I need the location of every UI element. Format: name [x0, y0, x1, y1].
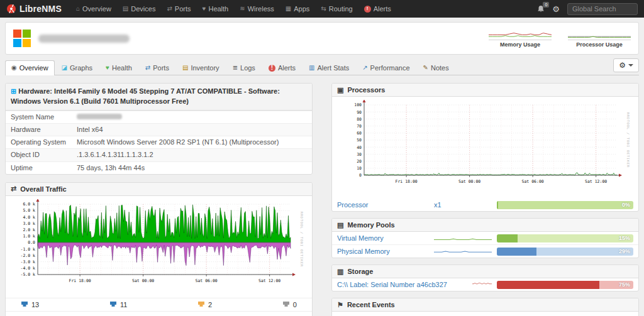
settings-button[interactable]: ⚙: [552, 5, 560, 13]
usage-name[interactable]: Physical Memory: [337, 248, 429, 255]
port-count-total[interactable]: 13: [21, 301, 39, 308]
memory-icon: ▤: [337, 222, 343, 229]
processors-chart[interactable]: 1009080706050403020100Fri 18:00Sat 00:00…: [340, 100, 631, 195]
home-icon: ⌂: [76, 6, 80, 12]
svg-text:Fri 18:00: Fri 18:00: [395, 179, 417, 184]
overall-traffic-chart[interactable]: 6.0 k5.0 k4.0 k3.0 k2.0 k1.0 k0.0-1.0 k-…: [14, 199, 304, 295]
mini-graph-label: Memory Usage: [489, 40, 552, 48]
microsoft-logo-square: [13, 39, 21, 47]
system-row-label: Hardware: [11, 126, 77, 134]
navbar-right: 0 ⚙: [537, 3, 638, 15]
nav-item-routing[interactable]: ⇆Routing: [315, 0, 358, 18]
global-search-input[interactable]: [567, 3, 638, 15]
logs-icon: ≣: [233, 65, 238, 71]
health-icon: ♥: [203, 6, 206, 12]
nav-item-alerts[interactable]: !Alerts: [358, 0, 397, 18]
tab-alert-stats[interactable]: ▥Alert Stats: [303, 60, 355, 75]
port-count-up[interactable]: 11: [109, 301, 127, 308]
nav-item-apps[interactable]: ▦Apps: [280, 0, 316, 18]
system-row: HardwareIntel x64: [6, 123, 312, 136]
navbar-menu: ⌂Overview▤Devices⇄Ports♥Health≋Wireless▦…: [70, 0, 397, 18]
usage-percent: 29%: [619, 248, 630, 256]
traffic-icon: ⇄: [11, 185, 16, 192]
processors-header: ▣Processors: [332, 84, 638, 97]
usage-name[interactable]: Processor: [337, 201, 429, 209]
tab-performance[interactable]: ↗Performance: [356, 60, 416, 75]
tab-label: Health: [112, 64, 132, 72]
tab-notes[interactable]: ✎Notes: [417, 60, 455, 75]
memory-pools-panel: ▤Memory Pools Virtual Memory15%Physical …: [331, 218, 639, 258]
nav-item-health[interactable]: ♥Health: [197, 0, 235, 18]
usage-sparkline[interactable]: [472, 280, 492, 289]
svg-text:6.0 k: 6.0 k: [23, 202, 35, 207]
svg-text:70: 70: [357, 124, 362, 129]
usage-row: Processorx10%: [332, 199, 638, 211]
microsoft-logo-square: [23, 30, 31, 38]
system-row-value: .1.3.6.1.4.1.311.1.1.3.1.2: [77, 151, 153, 159]
device-settings-button[interactable]: ⚙: [613, 58, 639, 72]
tab-label: Inventory: [191, 64, 219, 72]
storage-header: ▥Storage: [332, 265, 638, 278]
usage-name[interactable]: Virtual Memory: [337, 234, 429, 242]
device-name-redacted[interactable]: [38, 35, 130, 43]
mini-graph-processor-usage[interactable]: Processor Usage: [568, 29, 631, 48]
storage-rows: C:\\ Label: Serial Number a46cb32775%: [332, 278, 638, 291]
processors-title: Processors: [347, 86, 385, 94]
nav-item-label: Apps: [294, 5, 309, 13]
port-count-disabled[interactable]: 0: [282, 301, 297, 308]
notifications-badge: 0: [543, 2, 549, 8]
nav-item-overview[interactable]: ⌂Overview: [70, 0, 117, 18]
nav-item-label: Health: [208, 5, 228, 13]
svg-text:Sat 00:00: Sat 00:00: [132, 278, 154, 283]
usage-percent: 75%: [619, 281, 630, 289]
librenms-brand[interactable]: LibreNMS: [6, 4, 62, 14]
tab-overview[interactable]: ◉Overview: [5, 60, 55, 75]
memory-pools-header: ▤Memory Pools: [332, 219, 638, 232]
page-content: Memory UsageProcessor Usage ◉Overview◪Gr…: [0, 18, 644, 316]
usage-count[interactable]: x1: [434, 201, 492, 209]
usage-sparkline[interactable]: [434, 247, 492, 256]
svg-text:-2.0 k: -2.0 k: [20, 253, 35, 258]
mini-graph-memory-usage[interactable]: Memory Usage: [489, 29, 552, 48]
system-row-label: Object ID: [11, 151, 77, 159]
tab-inventory[interactable]: ▤Inventory: [176, 60, 226, 75]
nav-item-wireless[interactable]: ≋Wireless: [234, 0, 280, 18]
svg-text:0.0: 0.0: [28, 240, 35, 245]
nav-item-ports[interactable]: ⇄Ports: [161, 0, 196, 18]
usage-bar-fill: [497, 201, 497, 209]
usage-percent: 15%: [619, 234, 630, 242]
svg-text:50: 50: [357, 138, 362, 143]
tab-label: Alert Stats: [317, 64, 349, 72]
system-row-label: Operating System: [11, 138, 77, 146]
system-row: System Name: [6, 111, 312, 123]
svg-text:Fri 18:00: Fri 18:00: [69, 278, 91, 283]
microchip-icon: ▣: [337, 87, 343, 94]
notifications-button[interactable]: 0: [537, 5, 545, 13]
svg-text:2.0 k: 2.0 k: [23, 227, 35, 232]
svg-text:Sat 06:00: Sat 06:00: [521, 179, 543, 184]
gear-icon: ⚙: [552, 4, 560, 14]
svg-text:30: 30: [357, 152, 362, 157]
svg-text:40: 40: [357, 145, 362, 150]
port-count-down[interactable]: 2: [197, 301, 212, 308]
usage-sparkline[interactable]: [434, 234, 492, 242]
left-column: ⊞Hardware: Intel64 Family 6 Model 45 Ste…: [5, 83, 313, 316]
svg-text:5.0 k: 5.0 k: [23, 208, 35, 213]
tab-graphs[interactable]: ◪Graphs: [55, 60, 99, 75]
svg-text:Sat 12:00: Sat 12:00: [585, 179, 607, 184]
windows-icon: ⊞: [11, 87, 16, 95]
svg-text:Sat 06:00: Sat 06:00: [195, 278, 217, 283]
tab-ports[interactable]: ⇄Ports: [139, 60, 175, 75]
routing-icon: ⇆: [321, 6, 326, 12]
alert-circle-icon: !: [269, 65, 275, 72]
usage-name[interactable]: C:\\ Label: Serial Number a46cb327: [337, 281, 467, 288]
port-links: Lo_0, Tunnel_0, Tunnel_2, Tunnel_3, ppp_…: [6, 311, 312, 316]
usage-bar: 29%: [497, 248, 633, 256]
processors-rows: Processorx10%: [332, 199, 638, 211]
tab-logs[interactable]: ≣Logs: [226, 60, 262, 75]
tab-health[interactable]: ♥Health: [99, 60, 138, 75]
svg-text:-4.0 k: -4.0 k: [20, 266, 35, 271]
nav-item-devices[interactable]: ▤Devices: [117, 0, 162, 18]
tab-alerts[interactable]: !Alerts: [262, 60, 302, 75]
usage-bar: 0%: [497, 201, 633, 209]
